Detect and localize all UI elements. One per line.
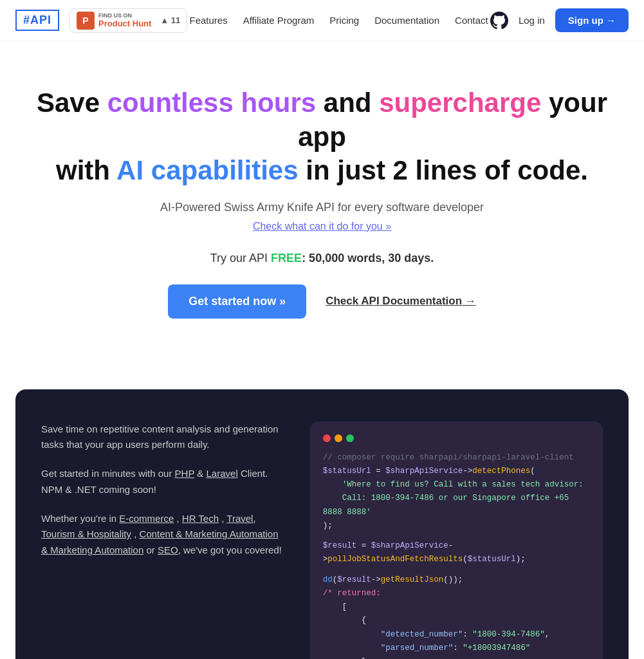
signup-button[interactable]: Sign up → <box>555 8 629 32</box>
nav-documentation[interactable]: Documentation <box>374 15 439 26</box>
code-line-8: /* returned: <box>323 587 590 600</box>
dark-para1: Save time on repetitive content analysis… <box>41 422 284 454</box>
code-line-2: $statusUrl = $sharpApiService->detectPho… <box>323 465 590 478</box>
php-link[interactable]: PHP <box>175 468 195 479</box>
code-line-7: dd($result->getResultJson()); <box>323 573 590 587</box>
ecommerce-link[interactable]: E-commerce <box>119 513 174 524</box>
free-badge: FREE <box>271 252 302 265</box>
laravel-link[interactable]: Laravel <box>207 468 238 479</box>
code-line-12: "parsed_number": "+18003947486" <box>323 642 590 655</box>
code-line-9: [ <box>323 600 590 614</box>
dark-para2: Get started in minutes with our PHP & La… <box>41 466 284 498</box>
docs-link[interactable]: Check API Documentation → <box>326 295 476 308</box>
headline-highlight-pink: supercharge <box>379 88 541 118</box>
hero-subtitle: AI-Powered Swiss Army Knife API for ever… <box>15 201 629 214</box>
code-line-1: // composer require sharpapi/sharpapi-la… <box>323 451 590 465</box>
hero-link[interactable]: Check what can it do for you » <box>15 221 629 232</box>
code-window: // composer require sharpapi/sharpapi-la… <box>310 422 603 660</box>
main-nav: Features Affiliate Program Pricing Docum… <box>189 15 488 26</box>
seo-link[interactable]: SEO <box>158 544 178 555</box>
code-block: // composer require sharpapi/sharpapi-la… <box>323 451 590 660</box>
window-dots <box>323 434 590 442</box>
navbar: #API P FIND US ON Product Hunt ▲ 11 Feat… <box>0 0 644 41</box>
nav-contact[interactable]: Contact <box>455 15 488 26</box>
product-hunt-label: FIND US ON <box>98 12 151 19</box>
code-line-3: 'Where to find us? Call with a sales tec… <box>323 478 590 492</box>
navbar-right: Log in Sign up → <box>490 8 629 32</box>
code-line-11: "detected_number": "1800-394-7486", <box>323 628 590 642</box>
code-line-5: ); <box>323 519 590 533</box>
hero-section: Save countless hours and supercharge you… <box>0 41 644 389</box>
product-hunt-count: ▲ 11 <box>160 15 180 25</box>
hero-trial: Try our API FREE: 50,000 words, 30 days. <box>15 252 629 265</box>
dark-text-content: Save time on repetitive content analysis… <box>41 422 310 571</box>
nav-features[interactable]: Features <box>189 15 227 26</box>
product-hunt-icon: P <box>77 12 95 30</box>
nav-affiliate[interactable]: Affiliate Program <box>243 15 315 26</box>
dot-red <box>323 434 331 442</box>
headline-highlight-blue: AI capabilities <box>116 155 298 185</box>
code-line-6: $result = $sharpApiService->pollJobStatu… <box>323 539 590 567</box>
hero-buttons: Get started now » Check API Documentatio… <box>15 284 629 319</box>
product-hunt-badge[interactable]: P FIND US ON Product Hunt ▲ 11 <box>69 8 187 33</box>
code-line-10: { <box>323 614 590 627</box>
hrtech-link[interactable]: HR Tech <box>182 513 219 524</box>
github-icon[interactable] <box>490 12 508 30</box>
headline-highlight-purple: countless hours <box>107 88 316 118</box>
code-line-4: Call: 1800-394-7486 or our Singapore off… <box>323 492 590 519</box>
dark-para3: Whether you're in E-commerce , HR Tech ,… <box>41 511 284 559</box>
dot-yellow <box>335 434 342 442</box>
nav-pricing[interactable]: Pricing <box>329 15 359 26</box>
dot-green <box>346 434 354 442</box>
get-started-button[interactable]: Get started now » <box>168 284 306 319</box>
navbar-left: #API P FIND US ON Product Hunt ▲ 11 <box>15 8 187 33</box>
dark-feature-section: Save time on repetitive content analysis… <box>15 389 629 660</box>
logo[interactable]: #API <box>15 10 59 31</box>
hero-headline: Save countless hours and supercharge you… <box>15 86 629 188</box>
product-hunt-name: Product Hunt <box>98 19 151 28</box>
code-line-13: }, <box>323 655 590 659</box>
login-button[interactable]: Log in <box>519 15 545 26</box>
